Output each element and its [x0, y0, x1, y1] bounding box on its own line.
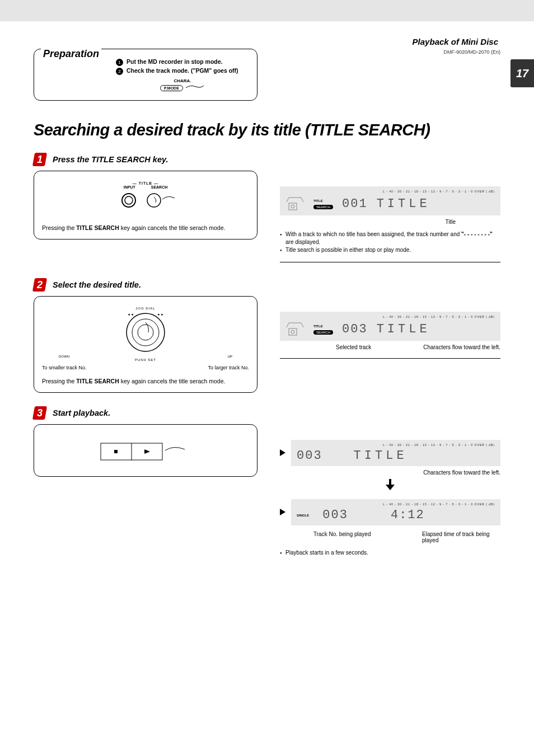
step2-note: Pressing the TITLE SEARCH key again canc… [42, 377, 249, 386]
disp3b-track: 003 [322, 508, 348, 522]
title-search-key-illustration: — TITLE — INPUT SEARCH [42, 181, 249, 215]
play-stop-buttons-illustration [95, 435, 196, 468]
flow-caption-2: Characters flow toward the left. [280, 469, 500, 476]
db-scale-3a: L - 40 - 30 - 21 - 18 - 15 - 12 - 9 - 7 … [297, 443, 495, 447]
chara-label: CHARA. [116, 78, 249, 83]
display-track-no-2: 003 [342, 322, 368, 336]
svg-rect-3 [289, 203, 297, 210]
svg-point-0 [122, 194, 135, 207]
larger-track-label: To larger track No. [204, 365, 249, 370]
step-number-3: 3 [32, 406, 47, 420]
play-icon [280, 449, 285, 456]
search-label: SEARCH [151, 185, 168, 189]
model-code: DMF-9020/MD-2070 (En) [443, 49, 500, 55]
divider [280, 358, 500, 359]
prep-item-2: Check the track mode. ("PGM" goes off) [127, 67, 238, 74]
section-title: Playback of Mini Disc [413, 37, 498, 46]
pmode-button: P.MODE [160, 85, 183, 91]
page-header: Playback of Mini Disc DMF-9020/MD-2070 (… [34, 37, 500, 46]
search-badge: SEARCH [313, 330, 333, 335]
preparation-title: Preparation [41, 48, 101, 60]
step3-display-a: L - 40 - 30 - 21 - 18 - 15 - 12 - 9 - 7 … [291, 440, 500, 466]
step-3-heading: Start playback. [53, 408, 110, 417]
svg-point-4 [291, 205, 294, 208]
disp3b-time: 4:12 [391, 508, 425, 522]
jog-dial-illustration: ◄◄ ►► [42, 310, 249, 355]
elapsed-caption: Elapsed time of track being played [422, 531, 500, 543]
up-label: UP [228, 355, 232, 358]
db-scale: L - 40 - 30 - 21 - 18 - 15 - 12 - 9 - 7 … [285, 190, 495, 193]
svg-text:◄◄: ◄◄ [127, 313, 134, 316]
step-2-header: 2 Select the desired title. [34, 278, 500, 292]
svg-point-1 [125, 196, 133, 204]
svg-marker-15 [144, 449, 150, 454]
svg-point-11 [291, 330, 294, 334]
display-title-text-2: TITLE [377, 322, 430, 336]
step1-control-box: — TITLE — INPUT SEARCH Pressing the TIT [34, 171, 257, 240]
search-badge: SEARCH [313, 205, 333, 209]
prep-item-1: Put the MD recorder in stop mode. [127, 58, 223, 65]
step-1-header: 1 Press the TITLE SEARCH key. [34, 153, 500, 166]
main-heading: Searching a desired track by its title (… [34, 121, 500, 139]
disp3a-text: TITLE [354, 449, 407, 463]
smaller-track-label: To smaller track No. [42, 365, 87, 370]
bullet-2-icon: 2 [116, 68, 123, 75]
db-scale-2: L - 40 - 30 - 21 - 18 - 15 - 12 - 9 - 7 … [285, 315, 495, 318]
svg-text:►►: ►► [157, 313, 164, 316]
step-1-heading: Press the TITLE SEARCH key. [53, 155, 168, 164]
input-label: INPUT [124, 185, 135, 189]
play-icon [280, 509, 285, 515]
step-number-1: 1 [32, 153, 47, 166]
single-badge: SINGLE [297, 514, 309, 517]
track-playing-caption: Track No. being played [280, 531, 371, 543]
step3-notes: Playback starts in a few seconds. [280, 549, 500, 557]
knob-icon [112, 189, 179, 215]
title-caption: Title [280, 219, 500, 225]
disc-icon [285, 195, 305, 212]
step3-display-b: L - 40 - 30 - 21 - 18 - 15 - 12 - 9 - 7 … [291, 499, 500, 525]
step-number-2: 2 [32, 278, 47, 292]
step2-display: L - 40 - 30 - 21 - 18 - 15 - 12 - 9 - 7 … [280, 312, 500, 341]
svg-rect-14 [114, 450, 118, 453]
selected-track-caption: Selected track [280, 344, 371, 350]
page-top-bar [0, 0, 534, 21]
step1-notes: With a track to which no title has been … [280, 231, 500, 254]
title-badge: TITLE [313, 325, 331, 328]
svg-rect-16 [389, 479, 391, 485]
svg-rect-10 [289, 328, 297, 335]
page-number: 17 [510, 59, 534, 87]
chara-diagram: CHARA. P.MODE [116, 78, 249, 92]
preparation-box: Preparation 1 Put the MD recorder in sto… [34, 49, 257, 101]
svg-point-6 [132, 319, 159, 346]
divider [280, 262, 500, 262]
step1-display: L - 40 - 30 - 21 - 18 - 15 - 12 - 9 - 7 … [280, 186, 500, 215]
step-3-header: 3 Start playback. [34, 406, 500, 420]
disp3a-track: 003 [297, 449, 322, 463]
down-arrow-icon [280, 479, 500, 491]
step2-control-box: JOG DIAL ◄◄ ►► DOWN UP PUSH SET [34, 296, 257, 393]
finger-icon [185, 83, 205, 92]
svg-marker-17 [386, 485, 395, 490]
disc-icon [285, 321, 305, 337]
db-scale-3b: L - 40 - 30 - 21 - 18 - 15 - 12 - 9 - 7 … [297, 503, 495, 506]
bullet-1-icon: 1 [116, 59, 123, 66]
pushset-label: PUSH SET [42, 358, 249, 361]
display-track-no: 001 [342, 197, 368, 211]
down-label: DOWN [59, 355, 69, 358]
title-badge: TITLE [313, 199, 331, 203]
step1-note: Pressing the TITLE SEARCH key again canc… [42, 224, 249, 232]
svg-point-2 [147, 194, 161, 207]
flow-caption: Characters flow toward the left. [423, 344, 500, 350]
step-2-heading: Select the desired title. [53, 280, 141, 289]
svg-point-7 [138, 325, 153, 340]
step3-control-box [34, 424, 257, 477]
display-title-text: TITLE [377, 197, 430, 211]
